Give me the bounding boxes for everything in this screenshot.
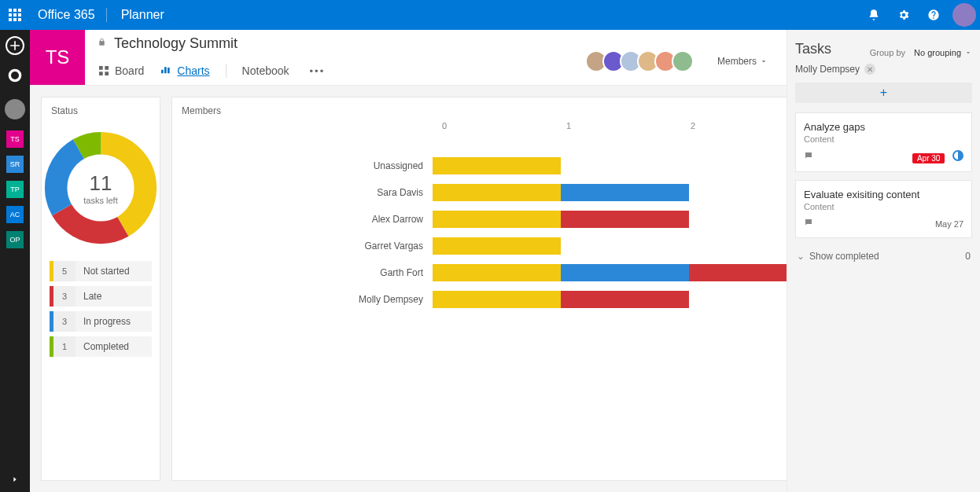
stacked-bar (433, 237, 561, 255)
comment-icon (804, 218, 813, 229)
member-name: Molly Dempsey (172, 294, 433, 305)
notifications-icon[interactable] (859, 0, 889, 30)
member-name: Sara Davis (172, 187, 433, 198)
member-bar-row[interactable]: Molly Dempsey (172, 291, 787, 308)
members-avatar-strip[interactable] (590, 30, 708, 85)
add-task-button[interactable]: + (795, 83, 972, 103)
legend-count: 3 (53, 311, 76, 332)
axis-tick: 1 (566, 121, 571, 130)
member-bar-row[interactable]: Unassigned (172, 157, 787, 174)
svg-rect-0 (9, 9, 12, 12)
due-date: May 27 (935, 219, 963, 229)
recent-plan-tile[interactable]: SR (6, 156, 24, 173)
axis-tick: 0 (442, 121, 447, 130)
chevron-down-icon (760, 57, 768, 65)
svg-rect-2 (18, 9, 21, 12)
recent-plan-tile[interactable]: TP (6, 181, 24, 198)
settings-icon[interactable] (889, 0, 919, 30)
svg-rect-5 (18, 13, 21, 17)
svg-rect-7 (13, 18, 17, 21)
private-plan-icon (98, 38, 106, 49)
recent-plan-tile[interactable]: OP (6, 231, 24, 248)
legend-count: 3 (53, 286, 76, 307)
clear-filter-icon[interactable]: ✕ (864, 64, 875, 75)
divider (226, 64, 227, 78)
more-actions-icon[interactable]: ••• (305, 65, 330, 77)
member-bar-row[interactable]: Garret Vargas (172, 237, 787, 255)
member-name: Garret Vargas (172, 240, 433, 252)
chevron-down-icon (964, 49, 972, 57)
legend-label: Completed (76, 336, 152, 357)
task-title: Analyze gaps (804, 121, 963, 133)
tab-board[interactable]: Board (98, 64, 144, 77)
card-title: Members (172, 97, 787, 121)
legend-count: 1 (53, 336, 76, 357)
chevron-down-icon: ⌄ (797, 251, 805, 262)
bar-segment (561, 264, 689, 281)
task-card[interactable]: Analyze gaps Content Apr 30 (795, 112, 972, 172)
tab-label: Board (115, 64, 144, 77)
tab-label: Charts (177, 64, 209, 77)
app-launcher-icon[interactable] (0, 0, 30, 30)
stacked-bar (433, 211, 689, 228)
member-name: Alex Darrow (172, 214, 433, 225)
tab-charts[interactable]: Charts (160, 64, 209, 77)
divider (106, 8, 107, 22)
task-title: Evaluate exisiting content (804, 189, 963, 200)
axis-tick: 2 (691, 121, 695, 130)
bar-segment (689, 264, 787, 281)
tasks-left-label: tasks left (83, 196, 117, 205)
group-by-dropdown[interactable]: Group by No grouping (870, 48, 972, 57)
suite-bar: Office 365 Planner (0, 0, 980, 30)
stacked-bar (433, 157, 561, 174)
legend-item[interactable]: 1 Completed (50, 336, 152, 357)
bar-segment (561, 211, 689, 228)
recent-plan-tile[interactable]: TS (6, 130, 24, 148)
bar-segment (433, 211, 561, 228)
svg-rect-4 (13, 13, 17, 17)
group-by-label: Group by (870, 48, 905, 57)
recent-plan-tile[interactable]: AC (6, 206, 24, 223)
comment-icon (804, 151, 813, 163)
new-plan-icon[interactable] (6, 36, 24, 55)
member-name: Unassigned (172, 160, 433, 171)
task-card[interactable]: Evaluate exisiting content Content May 2… (795, 180, 972, 238)
legend-item[interactable]: 3 Late (50, 286, 152, 307)
my-tasks-avatar[interactable] (5, 99, 25, 119)
svg-rect-3 (9, 13, 12, 17)
bar-segment (561, 184, 689, 201)
user-avatar[interactable] (949, 0, 980, 30)
members-label: Members (717, 56, 757, 67)
stacked-bar (433, 291, 689, 308)
show-completed-toggle[interactable]: ⌄Show completed 0 (795, 246, 972, 266)
planner-hub-icon[interactable] (6, 66, 24, 85)
tasks-panel-title: Tasks (795, 41, 831, 57)
svg-rect-1 (13, 9, 17, 12)
completed-count: 0 (965, 251, 971, 262)
plan-header: TS Technology Summit Board Charts (30, 30, 787, 86)
svg-rect-8 (18, 18, 21, 21)
chart-axis: 0 1 2 3 (444, 121, 787, 132)
bar-segment (433, 264, 561, 281)
suite-app-name[interactable]: Planner (112, 8, 174, 22)
task-category: Content (804, 134, 963, 144)
bar-segment (433, 157, 561, 174)
legend-item[interactable]: 5 Not started (50, 261, 152, 281)
group-by-value: No grouping (914, 48, 961, 57)
members-dropdown[interactable]: Members (708, 30, 787, 85)
tasks-panel: Tasks Group by No grouping Molly Dempsey… (787, 30, 980, 492)
tab-notebook[interactable]: Notebook (242, 64, 289, 77)
bar-segment (433, 291, 561, 308)
help-icon[interactable] (919, 0, 949, 30)
legend-count: 5 (53, 261, 76, 281)
member-bar-row[interactable]: Sara Davis (172, 184, 787, 201)
suite-brand[interactable]: Office 365 (30, 8, 106, 22)
legend-item[interactable]: 3 In progress (50, 311, 152, 332)
member-bar-row[interactable]: Garth Fort (172, 264, 787, 281)
left-rail: TS SR TP AC OP (0, 30, 30, 492)
bar-segment (433, 237, 561, 255)
progress-icon (952, 150, 963, 161)
expand-rail-icon[interactable] (0, 467, 30, 492)
member-bar-row[interactable]: Alex Darrow (172, 211, 787, 228)
bar-segment (561, 291, 689, 308)
